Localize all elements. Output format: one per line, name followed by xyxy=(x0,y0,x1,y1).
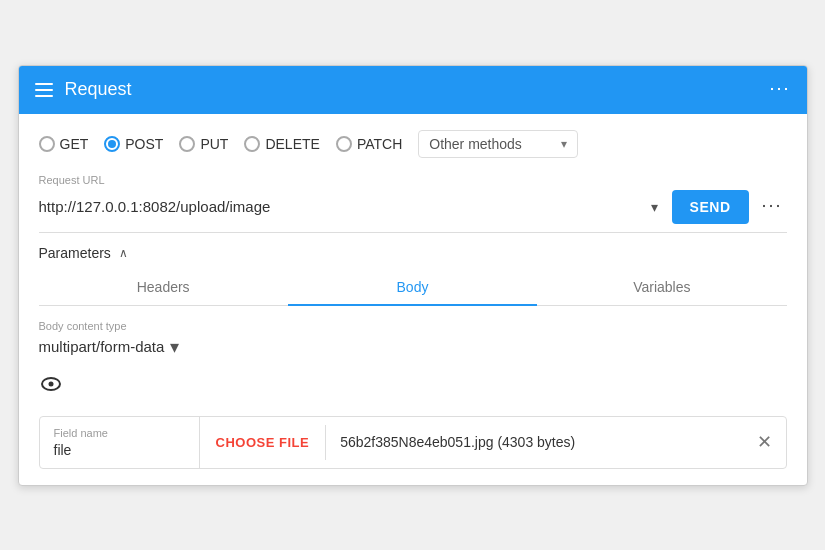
url-more-icon[interactable]: ⋮ xyxy=(756,192,788,222)
request-window: Request ⋮ GET POST PUT xyxy=(18,65,808,486)
params-header[interactable]: Parameters ∧ xyxy=(39,245,787,261)
method-delete[interactable]: DELETE xyxy=(244,136,319,152)
url-value[interactable]: http://127.0.0.1:8082/upload/image xyxy=(39,198,641,215)
method-post-label: POST xyxy=(125,136,163,152)
field-row: Field name file CHOOSE FILE 56b2f385N8e4… xyxy=(39,416,787,469)
other-methods-label: Other methods xyxy=(429,136,522,152)
tab-body[interactable]: Body xyxy=(288,269,537,305)
method-post[interactable]: POST xyxy=(104,136,163,152)
field-name-value: file xyxy=(54,442,185,458)
file-info: 56b2f385N8e4eb051.jpg (4303 bytes) xyxy=(326,424,742,460)
field-name-section: Field name file xyxy=(40,417,200,468)
tab-headers[interactable]: Headers xyxy=(39,269,288,305)
method-get-label: GET xyxy=(60,136,89,152)
url-label: Request URL xyxy=(39,174,787,186)
tab-headers-label: Headers xyxy=(137,279,190,295)
content-type-label: Body content type xyxy=(39,320,787,332)
params-chevron-icon: ∧ xyxy=(119,246,128,260)
params-label: Parameters xyxy=(39,245,111,261)
radio-circle-patch xyxy=(336,136,352,152)
method-patch-label: PATCH xyxy=(357,136,402,152)
tab-body-label: Body xyxy=(397,279,429,295)
menu-icon[interactable] xyxy=(35,83,53,97)
content-type-dropdown[interactable]: multipart/form-data ▾ xyxy=(39,336,787,358)
url-section: Request URL http://127.0.0.1:8082/upload… xyxy=(39,174,787,233)
tab-variables[interactable]: Variables xyxy=(537,269,786,305)
radio-circle-delete xyxy=(244,136,260,152)
method-put[interactable]: PUT xyxy=(179,136,228,152)
tab-variables-label: Variables xyxy=(633,279,690,295)
method-patch[interactable]: PATCH xyxy=(336,136,402,152)
body-section: Body content type multipart/form-data ▾ xyxy=(39,320,787,358)
remove-file-icon[interactable]: ✕ xyxy=(743,421,786,463)
field-name-label: Field name xyxy=(54,427,185,439)
url-dropdown-icon[interactable]: ▾ xyxy=(645,195,664,219)
url-row: http://127.0.0.1:8082/upload/image ▾ SEN… xyxy=(39,190,787,233)
method-get[interactable]: GET xyxy=(39,136,89,152)
url-input-container: http://127.0.0.1:8082/upload/image ▾ xyxy=(39,195,664,219)
method-radio-group: GET POST PUT DELETE PATCH xyxy=(39,136,403,152)
other-methods-dropdown[interactable]: Other methods ▾ xyxy=(418,130,578,158)
radio-circle-put xyxy=(179,136,195,152)
send-button[interactable]: SEND xyxy=(672,190,749,224)
titlebar-more-icon[interactable]: ⋮ xyxy=(768,79,792,101)
content-type-arrow-icon: ▾ xyxy=(170,336,179,358)
other-methods-arrow: ▾ xyxy=(561,137,567,151)
eye-icon xyxy=(39,372,63,396)
method-row: GET POST PUT DELETE PATCH xyxy=(39,130,787,158)
content-type-value: multipart/form-data xyxy=(39,338,165,355)
tabs-row: Headers Body Variables xyxy=(39,269,787,306)
titlebar-left: Request xyxy=(35,79,132,100)
method-put-label: PUT xyxy=(200,136,228,152)
method-delete-label: DELETE xyxy=(265,136,319,152)
titlebar: Request ⋮ xyxy=(19,66,807,114)
choose-file-button[interactable]: CHOOSE FILE xyxy=(200,425,327,460)
main-content: GET POST PUT DELETE PATCH xyxy=(19,114,807,485)
window-title: Request xyxy=(65,79,132,100)
radio-circle-get xyxy=(39,136,55,152)
svg-point-1 xyxy=(48,381,53,386)
eye-icon-container[interactable] xyxy=(39,372,787,400)
radio-circle-post xyxy=(104,136,120,152)
